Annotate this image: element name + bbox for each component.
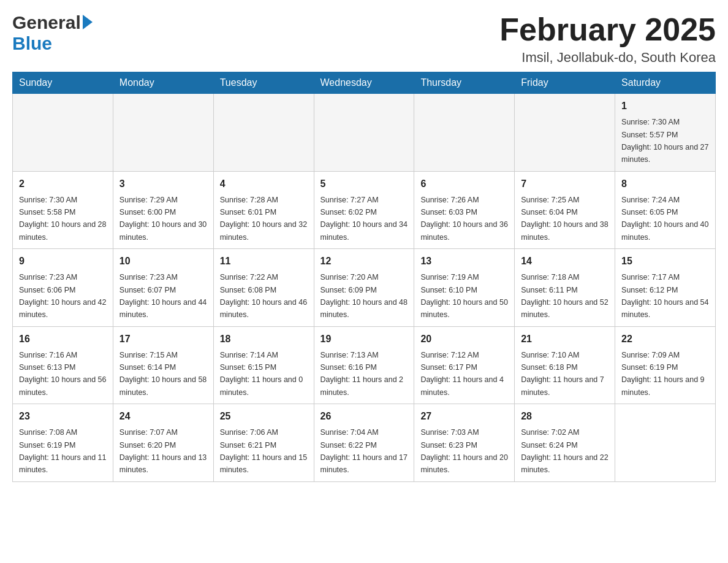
day-number: 2	[19, 177, 107, 191]
calendar-week-row: 23Sunrise: 7:08 AMSunset: 6:19 PMDayligh…	[13, 404, 716, 482]
day-info: Sunrise: 7:28 AMSunset: 6:01 PMDaylight:…	[220, 196, 307, 242]
day-number: 5	[320, 177, 408, 191]
calendar-cell: 6Sunrise: 7:26 AMSunset: 6:03 PMDaylight…	[414, 171, 515, 249]
calendar-cell: 14Sunrise: 7:18 AMSunset: 6:11 PMDayligh…	[515, 249, 615, 327]
day-number: 22	[621, 332, 709, 347]
calendar-cell: 12Sunrise: 7:20 AMSunset: 6:09 PMDayligh…	[314, 249, 414, 327]
day-info: Sunrise: 7:29 AMSunset: 6:00 PMDaylight:…	[119, 196, 207, 242]
day-number: 9	[19, 254, 107, 269]
day-number: 13	[420, 254, 508, 269]
calendar-cell: 10Sunrise: 7:23 AMSunset: 6:07 PMDayligh…	[113, 249, 213, 327]
day-number: 6	[420, 177, 508, 191]
title-block: February 2025 Imsil, Jeollabuk-do, South…	[499, 12, 716, 66]
day-info: Sunrise: 7:22 AMSunset: 6:08 PMDaylight:…	[220, 273, 307, 319]
calendar-cell: 21Sunrise: 7:10 AMSunset: 6:18 PMDayligh…	[515, 326, 615, 404]
calendar-cell: 28Sunrise: 7:02 AMSunset: 6:24 PMDayligh…	[515, 404, 615, 482]
calendar-table: SundayMondayTuesdayWednesdayThursdayFrid…	[12, 72, 716, 482]
day-number: 19	[320, 332, 408, 347]
day-number: 16	[19, 332, 107, 347]
calendar-cell: 11Sunrise: 7:22 AMSunset: 6:08 PMDayligh…	[213, 249, 314, 327]
day-info: Sunrise: 7:12 AMSunset: 6:17 PMDaylight:…	[420, 351, 504, 397]
day-info: Sunrise: 7:07 AMSunset: 6:20 PMDaylight:…	[119, 428, 207, 474]
day-info: Sunrise: 7:09 AMSunset: 6:19 PMDaylight:…	[621, 351, 705, 397]
calendar-cell: 9Sunrise: 7:23 AMSunset: 6:06 PMDaylight…	[13, 249, 113, 327]
logo-arrow-icon	[83, 15, 93, 29]
calendar-cell	[515, 94, 615, 172]
calendar-cell: 25Sunrise: 7:06 AMSunset: 6:21 PMDayligh…	[213, 404, 314, 482]
day-number: 4	[220, 177, 308, 191]
calendar-cell: 1Sunrise: 7:30 AMSunset: 5:57 PMDaylight…	[615, 94, 716, 172]
calendar-cell	[314, 94, 414, 172]
day-info: Sunrise: 7:27 AMSunset: 6:02 PMDaylight:…	[320, 196, 408, 242]
day-info: Sunrise: 7:04 AMSunset: 6:22 PMDaylight:…	[320, 428, 408, 474]
day-info: Sunrise: 7:17 AMSunset: 6:12 PMDaylight:…	[621, 273, 708, 319]
calendar-cell: 18Sunrise: 7:14 AMSunset: 6:15 PMDayligh…	[213, 326, 314, 404]
day-number: 18	[220, 332, 308, 347]
calendar-week-row: 2Sunrise: 7:30 AMSunset: 5:58 PMDaylight…	[13, 171, 716, 249]
day-number: 14	[521, 254, 609, 269]
calendar-week-row: 9Sunrise: 7:23 AMSunset: 6:06 PMDaylight…	[13, 249, 716, 327]
day-number: 27	[420, 409, 508, 424]
calendar-day-header: Monday	[113, 72, 213, 94]
location-title: Imsil, Jeollabuk-do, South Korea	[499, 50, 716, 66]
month-title: February 2025	[499, 12, 716, 47]
calendar-day-header: Friday	[515, 72, 615, 94]
day-info: Sunrise: 7:10 AMSunset: 6:18 PMDaylight:…	[521, 351, 604, 397]
day-number: 1	[621, 99, 709, 113]
calendar-cell	[213, 94, 314, 172]
calendar-cell: 13Sunrise: 7:19 AMSunset: 6:10 PMDayligh…	[414, 249, 515, 327]
calendar-cell: 24Sunrise: 7:07 AMSunset: 6:20 PMDayligh…	[113, 404, 213, 482]
calendar-cell: 8Sunrise: 7:24 AMSunset: 6:05 PMDaylight…	[615, 171, 716, 249]
calendar-cell: 5Sunrise: 7:27 AMSunset: 6:02 PMDaylight…	[314, 171, 414, 249]
day-number: 3	[119, 177, 207, 191]
calendar-cell: 3Sunrise: 7:29 AMSunset: 6:00 PMDaylight…	[113, 171, 213, 249]
calendar-cell: 16Sunrise: 7:16 AMSunset: 6:13 PMDayligh…	[13, 326, 113, 404]
day-info: Sunrise: 7:08 AMSunset: 6:19 PMDaylight:…	[19, 428, 106, 474]
calendar-day-header: Saturday	[615, 72, 716, 94]
calendar-day-header: Sunday	[13, 72, 113, 94]
day-info: Sunrise: 7:02 AMSunset: 6:24 PMDaylight:…	[521, 428, 608, 474]
day-info: Sunrise: 7:20 AMSunset: 6:09 PMDaylight:…	[320, 273, 408, 319]
calendar-cell: 22Sunrise: 7:09 AMSunset: 6:19 PMDayligh…	[615, 326, 716, 404]
calendar-day-header: Thursday	[414, 72, 515, 94]
day-number: 11	[220, 254, 308, 269]
day-info: Sunrise: 7:03 AMSunset: 6:23 PMDaylight:…	[420, 428, 507, 474]
logo: General Blue	[12, 12, 93, 54]
calendar-cell	[414, 94, 515, 172]
day-info: Sunrise: 7:06 AMSunset: 6:21 PMDaylight:…	[220, 428, 307, 474]
logo-general-text: General	[12, 12, 81, 33]
day-number: 21	[521, 332, 609, 347]
day-number: 28	[521, 409, 609, 424]
calendar-cell: 27Sunrise: 7:03 AMSunset: 6:23 PMDayligh…	[414, 404, 515, 482]
calendar-day-header: Tuesday	[213, 72, 314, 94]
calendar-week-row: 16Sunrise: 7:16 AMSunset: 6:13 PMDayligh…	[13, 326, 716, 404]
day-number: 20	[420, 332, 508, 347]
page-header: General Blue February 2025 Imsil, Jeolla…	[12, 12, 716, 66]
day-number: 15	[621, 254, 709, 269]
calendar-cell: 7Sunrise: 7:25 AMSunset: 6:04 PMDaylight…	[515, 171, 615, 249]
calendar-cell: 23Sunrise: 7:08 AMSunset: 6:19 PMDayligh…	[13, 404, 113, 482]
calendar-cell: 15Sunrise: 7:17 AMSunset: 6:12 PMDayligh…	[615, 249, 716, 327]
calendar-cell: 4Sunrise: 7:28 AMSunset: 6:01 PMDaylight…	[213, 171, 314, 249]
day-number: 7	[521, 177, 609, 191]
day-info: Sunrise: 7:14 AMSunset: 6:15 PMDaylight:…	[220, 351, 303, 397]
calendar-week-row: 1Sunrise: 7:30 AMSunset: 5:57 PMDaylight…	[13, 94, 716, 172]
day-info: Sunrise: 7:16 AMSunset: 6:13 PMDaylight:…	[19, 351, 106, 397]
day-info: Sunrise: 7:18 AMSunset: 6:11 PMDaylight:…	[521, 273, 608, 319]
day-number: 23	[19, 409, 107, 424]
calendar-cell	[13, 94, 113, 172]
day-number: 10	[119, 254, 207, 269]
calendar-day-header: Wednesday	[314, 72, 414, 94]
calendar-cell: 19Sunrise: 7:13 AMSunset: 6:16 PMDayligh…	[314, 326, 414, 404]
day-number: 12	[320, 254, 408, 269]
day-number: 25	[220, 409, 308, 424]
calendar-cell: 2Sunrise: 7:30 AMSunset: 5:58 PMDaylight…	[13, 171, 113, 249]
calendar-cell: 20Sunrise: 7:12 AMSunset: 6:17 PMDayligh…	[414, 326, 515, 404]
day-number: 8	[621, 177, 709, 191]
calendar-cell	[113, 94, 213, 172]
day-info: Sunrise: 7:13 AMSunset: 6:16 PMDaylight:…	[320, 351, 404, 397]
day-info: Sunrise: 7:15 AMSunset: 6:14 PMDaylight:…	[119, 351, 207, 397]
day-number: 24	[119, 409, 207, 424]
day-info: Sunrise: 7:23 AMSunset: 6:06 PMDaylight:…	[19, 273, 106, 319]
day-info: Sunrise: 7:23 AMSunset: 6:07 PMDaylight:…	[119, 273, 207, 319]
